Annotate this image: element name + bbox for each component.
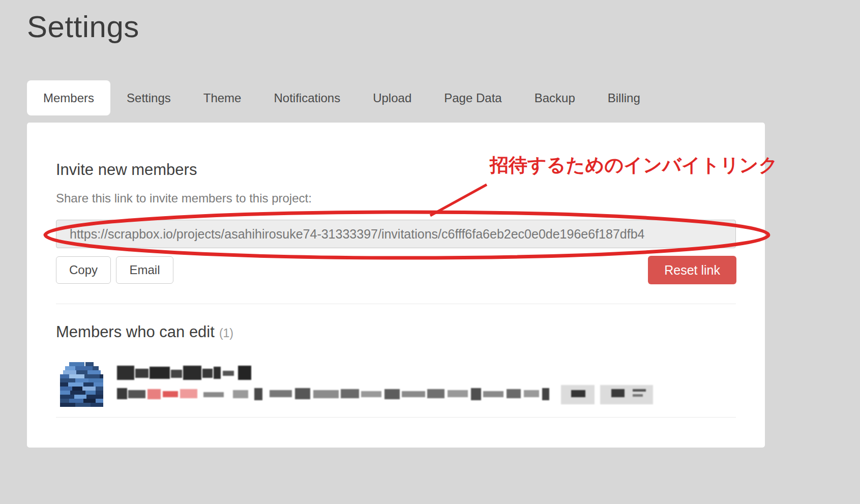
invite-heading: Invite new members	[56, 161, 197, 179]
copy-button[interactable]: Copy	[56, 256, 111, 284]
tab-backup[interactable]: Backup	[518, 80, 591, 115]
section-divider-bottom	[56, 417, 736, 418]
tab-notifications[interactable]: Notifications	[257, 80, 357, 115]
avatar	[60, 362, 103, 407]
annotation-label: 招待するためのインバイトリンク	[490, 153, 778, 178]
members-count-badge: (1)	[219, 327, 233, 340]
member-name-redacted	[117, 365, 254, 382]
invite-link-input[interactable]	[56, 220, 736, 248]
tab-settings[interactable]: Settings	[110, 80, 187, 115]
tab-members[interactable]: Members	[27, 80, 110, 115]
section-divider	[56, 304, 736, 304]
members-heading: Members who can edit(1)	[56, 323, 233, 341]
tab-upload[interactable]: Upload	[357, 80, 428, 115]
page-title: Settings	[27, 9, 139, 44]
invite-description: Share this link to invite members to thi…	[56, 191, 312, 205]
reset-link-button[interactable]: Reset link	[648, 256, 736, 284]
tab-page-data[interactable]: Page Data	[428, 80, 518, 115]
member-info-redacted	[117, 385, 680, 405]
tab-bar: Members Settings Theme Notifications Upl…	[27, 80, 657, 115]
email-button[interactable]: Email	[116, 256, 173, 284]
tab-billing[interactable]: Billing	[591, 80, 657, 115]
members-heading-label: Members who can edit	[56, 323, 215, 341]
tab-theme[interactable]: Theme	[187, 80, 258, 115]
